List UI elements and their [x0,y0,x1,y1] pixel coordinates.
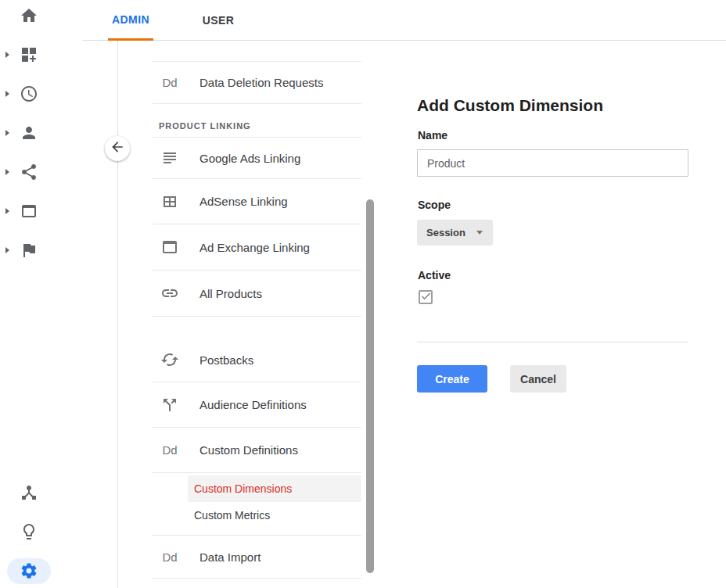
sidebar-item-behavior[interactable] [20,202,38,220]
nav-item-label: AdSense Linking [199,195,288,208]
clock-icon [20,84,38,103]
sidebar-item-customization[interactable] [20,45,38,64]
name-input[interactable] [417,149,688,177]
sidebar-item-audience[interactable] [20,124,38,142]
dropdown-caret-icon [476,231,483,235]
chevron-right-icon [5,91,9,97]
table-grid-icon [160,192,179,211]
sidebar-item-acquisition[interactable] [20,163,38,181]
nav-section-header: PRODUCT LINKING [153,104,361,138]
nav-item-label: Postbacks [199,353,253,367]
list-lines-icon [160,149,179,167]
nav-item-adsense-linking[interactable]: AdSense Linking [153,179,361,224]
sync-arrows-icon [160,350,179,369]
dd-icon: Dd [160,443,179,457]
nav-item-label: Audience Definitions [199,398,307,411]
scope-label: Scope [418,199,451,211]
nav-item-label: Custom Definitions [199,443,298,457]
nav-item-custom-definitions[interactable]: Dd Custom Definitions [153,428,361,473]
scope-dropdown[interactable]: Session [417,220,493,246]
chevron-right-icon [5,208,9,214]
tab-admin[interactable]: ADMIN [108,0,153,41]
nav-item-ad-exchange-linking[interactable]: Ad Exchange Linking [153,224,361,271]
arrow-left-icon [110,139,125,158]
nav-item-label: Data Import [199,550,261,564]
ga-admin-screen: ADMIN USER Dd Data Deletion Requests PRO… [0,0,726,588]
name-label: Name [418,129,447,142]
checkmark-icon [420,290,432,305]
web-window-icon [160,238,179,256]
form-divider [417,342,688,342]
page-title: Add Custom Dimension [417,96,603,115]
nav-item-data-deletion-requests[interactable]: Dd Data Deletion Requests [153,61,361,104]
nav-subitem-custom-dimensions[interactable]: Custom Dimensions [188,475,361,502]
scope-selected-value: Session [426,227,465,238]
share-icon [20,163,38,181]
split-branch-icon [160,396,179,414]
sidebar-item-attribution[interactable] [20,483,38,502]
home-icon [20,6,38,25]
tab-user[interactable]: USER [194,0,243,41]
panel-divider [117,41,118,588]
dashboard-customize-icon [20,45,38,64]
device-hub-icon [20,483,38,502]
nav-item-audience-definitions[interactable]: Audience Definitions [153,382,361,428]
active-label: Active [418,269,451,281]
chevron-right-icon [5,52,9,58]
gear-icon [20,561,38,580]
link-icon [160,284,179,303]
nav-item-label: Ad Exchange Linking [199,241,310,254]
nav-item-data-import[interactable]: Dd Data Import [153,535,361,579]
back-button[interactable] [105,136,130,161]
sidebar-item-home[interactable] [20,6,38,25]
sidebar-item-admin-settings[interactable] [7,558,51,584]
dd-icon: Dd [160,76,179,89]
flag-icon [20,241,38,260]
top-tab-bar: ADMIN USER [82,0,726,41]
nav-item-all-products[interactable]: All Products [153,271,361,317]
nav-item-label: Google Ads Linking [199,152,300,165]
scrollbar-thumb[interactable] [366,199,374,573]
sidebar-item-realtime[interactable] [20,84,38,103]
create-button[interactable]: Create [417,365,487,393]
chevron-right-icon [5,130,9,136]
active-checkbox[interactable] [419,290,433,304]
cancel-button[interactable]: Cancel [510,365,566,393]
chevron-right-icon [5,169,9,175]
nav-subitem-custom-metrics[interactable]: Custom Metrics [188,502,361,529]
lightbulb-icon [20,522,38,541]
nav-item-google-ads-linking[interactable]: Google Ads Linking [153,138,361,179]
nav-item-postbacks[interactable]: Postbacks [153,338,361,382]
dd-icon: Dd [160,550,179,564]
sidebar-item-conversions[interactable] [20,241,38,260]
person-icon [20,124,38,142]
sidebar-item-discover[interactable] [20,522,38,541]
nav-item-label: All Products [199,287,262,300]
chevron-right-icon [5,247,9,253]
window-icon [20,202,38,220]
nav-item-label: Data Deletion Requests [199,76,323,89]
